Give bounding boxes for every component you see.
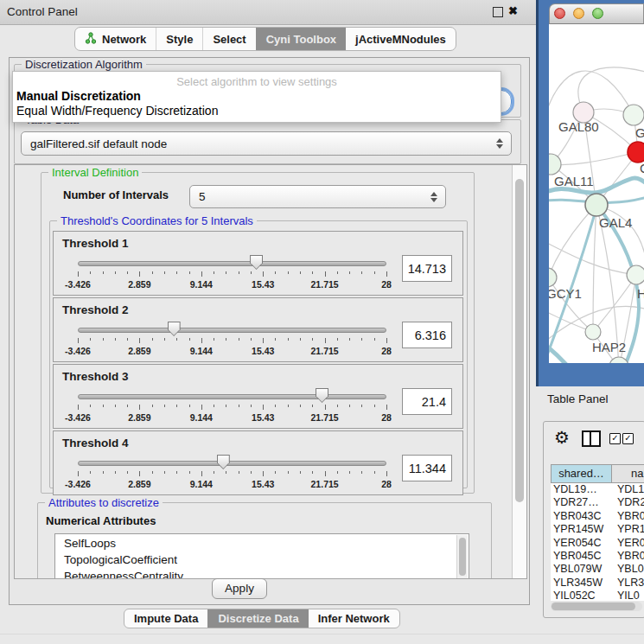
table-cell[interactable]: YDL19… xyxy=(551,483,610,496)
table-cell[interactable]: YBR0 xyxy=(610,550,644,563)
tick-label: 15.43 xyxy=(252,412,274,423)
table-hscrollbar[interactable] xyxy=(551,602,642,611)
network-node-c[interactable] xyxy=(628,142,644,163)
tab-discretize-data[interactable]: Discretize Data xyxy=(207,609,308,628)
network-node[interactable] xyxy=(609,357,628,363)
tick-mark xyxy=(78,338,79,343)
table-hscrollbar-thumb[interactable] xyxy=(552,603,635,610)
slider-thumb[interactable] xyxy=(316,388,328,403)
settings-scrollpane: Interval Definition Number of Intervals … xyxy=(14,164,527,579)
tick-mark xyxy=(164,471,165,474)
threshold-slider[interactable]: -3.4262.8599.14415.4321.71528 xyxy=(78,252,386,292)
table-cell[interactable]: YDR2 xyxy=(610,496,644,509)
settings-scrollbar-thumb[interactable] xyxy=(515,179,524,502)
dropdown-option-equal-width[interactable]: Equal Width/Frequency Discretization xyxy=(16,104,218,118)
network-node-gal11[interactable] xyxy=(549,154,561,175)
table-cell[interactable]: YLR3 xyxy=(610,577,644,590)
network-node-hap2[interactable] xyxy=(585,324,601,340)
tick-mark xyxy=(152,271,153,274)
tab-infer-network[interactable]: Infer Network xyxy=(309,609,399,628)
table-cell[interactable]: YBL0 xyxy=(610,563,644,576)
attribute-list-item[interactable]: BetweennessCentrality xyxy=(55,567,469,579)
tab-impute-data[interactable]: Impute Data xyxy=(124,609,207,628)
table-cell[interactable]: YBR045C xyxy=(551,550,610,563)
table-row[interactable]: YBR043CYBR0 xyxy=(551,510,644,523)
close-traffic-light[interactable] xyxy=(554,8,565,19)
tick-label: 9.144 xyxy=(190,346,213,356)
tab-network[interactable]: Network xyxy=(75,28,156,50)
tab-select[interactable]: Select xyxy=(202,28,255,50)
table-row[interactable]: YBR045CYBR0 xyxy=(551,550,644,563)
settings-scrollbar[interactable] xyxy=(512,165,526,578)
tick-mark xyxy=(176,338,177,341)
tick-mark xyxy=(275,338,276,341)
network-node-gcy1[interactable] xyxy=(549,268,557,287)
dropdown-option-manual[interactable]: Manual Discretization xyxy=(16,89,141,103)
split-panel-icon[interactable] xyxy=(582,430,601,447)
table-data-combobox[interactable]: galFiltered.sif default node xyxy=(21,131,512,156)
table-cell[interactable]: YPR145W xyxy=(551,523,610,536)
tick-mark xyxy=(214,405,214,407)
checkbox-checked-icon[interactable]: ✓ xyxy=(622,433,634,444)
zoom-traffic-light[interactable] xyxy=(592,8,603,19)
network-node-gal4[interactable] xyxy=(585,194,608,216)
threshold-slider[interactable]: -3.4262.8599.14415.4321.71528 xyxy=(78,319,386,359)
tab-style[interactable]: Style xyxy=(156,28,202,50)
table-cell[interactable]: YDL1 xyxy=(610,483,644,496)
gear-icon[interactable]: ⚙ xyxy=(554,427,570,448)
table-cell[interactable]: YBR043C xyxy=(551,510,610,523)
slider-thumb[interactable] xyxy=(250,255,263,270)
threshold-value-field[interactable]: 14.713 xyxy=(402,255,452,282)
table-row[interactable]: YDR27…YDR2 xyxy=(551,496,644,509)
apply-button[interactable]: Apply xyxy=(212,578,267,599)
network-node-h[interactable] xyxy=(627,265,644,284)
tick-mark xyxy=(288,405,289,407)
tick-mark xyxy=(288,338,289,341)
table-cell[interactable]: YER054C xyxy=(551,537,610,550)
table-cell[interactable]: YBR0 xyxy=(610,510,644,523)
float-icon[interactable] xyxy=(493,7,503,17)
slider-thumb[interactable] xyxy=(217,455,230,469)
tick-mark xyxy=(115,405,116,407)
tick-mark xyxy=(349,405,350,407)
attributes-list: SelfLoopsTopologicalCoefficientBetweenne… xyxy=(54,533,469,579)
close-icon[interactable]: ✖ xyxy=(508,4,518,17)
minimize-traffic-light[interactable] xyxy=(573,8,584,19)
table-row[interactable]: YDL19…YDL1 xyxy=(551,483,644,496)
table-row[interactable]: YER054CYER0 xyxy=(551,537,644,550)
threshold-value-field[interactable]: 21.4 xyxy=(402,388,452,415)
network-canvas[interactable]: GAL80GACGAL11GAL4GCY1HHAP2 xyxy=(549,24,644,363)
table-cell[interactable]: YLR345W xyxy=(551,577,610,590)
table-row[interactable]: YBL079WYBL0 xyxy=(551,563,644,576)
node-label: C xyxy=(640,161,644,175)
attributes-scrollbar-thumb[interactable] xyxy=(459,538,466,576)
table-cell[interactable]: YER0 xyxy=(610,537,644,550)
tick-mark xyxy=(226,338,226,341)
attributes-scrollbar[interactable] xyxy=(456,535,468,579)
table-cell[interactable]: YBL079W xyxy=(551,563,610,576)
table-cell[interactable]: YIL0 xyxy=(610,590,644,601)
tick-mark xyxy=(214,338,214,341)
network-node-ga[interactable] xyxy=(623,105,644,125)
tab-jactivemnodules[interactable]: jActiveMNodules xyxy=(346,28,456,50)
tick-mark xyxy=(288,271,289,274)
table-cell[interactable]: YPR1 xyxy=(610,523,644,536)
table-cell[interactable]: YDR27… xyxy=(551,496,610,509)
attribute-list-item[interactable]: SelfLoops xyxy=(55,534,469,551)
table-row[interactable]: YLR345WYLR3 xyxy=(551,577,644,590)
intervals-spinner[interactable]: 5 xyxy=(189,185,446,208)
threshold-value-field[interactable]: 11.344 xyxy=(402,455,452,481)
column-header-shared-name[interactable]: shared… xyxy=(552,465,612,482)
tick-mark xyxy=(251,471,252,474)
column-header-name[interactable]: na xyxy=(612,465,644,482)
attribute-list-item[interactable]: TopologicalCoefficient xyxy=(55,551,469,567)
table-row[interactable]: YIL052CYIL0 xyxy=(551,590,644,601)
slider-thumb[interactable] xyxy=(168,322,181,336)
threshold-slider[interactable]: -3.4262.8599.14415.4321.71528 xyxy=(78,452,386,492)
checkbox-checked-icon[interactable]: ✓ xyxy=(609,433,621,444)
tab-cyni-toolbox[interactable]: Cyni Toolbox xyxy=(256,28,346,50)
table-row[interactable]: YPR145WYPR1 xyxy=(551,523,644,536)
table-cell[interactable]: YIL052C xyxy=(551,590,610,601)
threshold-value-field[interactable]: 6.316 xyxy=(402,322,452,348)
threshold-slider[interactable]: -3.4262.8599.14415.4321.71528 xyxy=(78,386,386,425)
